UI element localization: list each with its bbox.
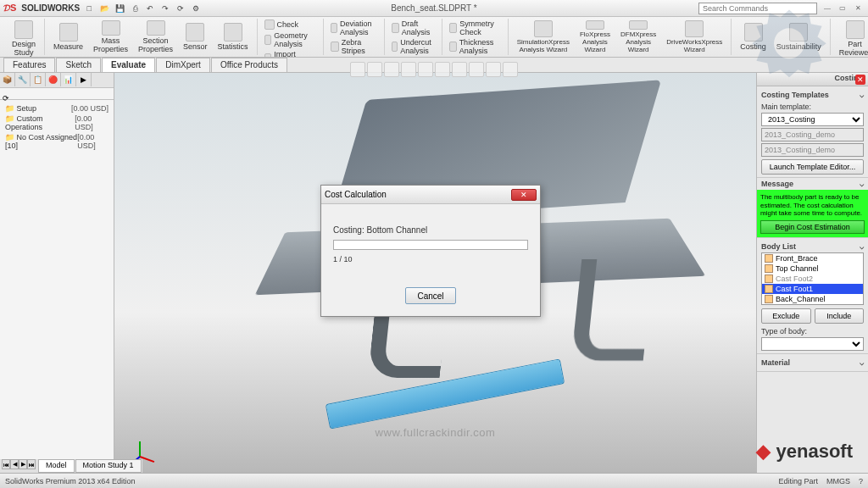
costing-button[interactable]: Costing bbox=[735, 19, 771, 55]
sensor-button[interactable]: Sensor bbox=[178, 19, 213, 55]
status-help-icon[interactable]: ? bbox=[859, 477, 863, 485]
draft-analysis-button[interactable]: Draft Analysis bbox=[388, 19, 439, 37]
display-style-icon[interactable] bbox=[435, 62, 450, 77]
tab-nav-prev-icon[interactable]: ◀ bbox=[10, 459, 19, 469]
measure-button[interactable]: Measure bbox=[48, 19, 88, 55]
undercut-analysis-button[interactable]: Undercut Analysis bbox=[388, 37, 439, 56]
mass-properties-button[interactable]: Mass Properties bbox=[88, 19, 133, 55]
bottom-tabs: ⏮ ◀ ▶ ⏭ Model Motion Study 1 bbox=[0, 459, 142, 473]
body-list: Front_Brace Top Channel Cast Foot2 Cast … bbox=[761, 252, 864, 305]
body-list-item[interactable]: Back_Channel bbox=[762, 294, 863, 304]
view-settings-icon[interactable] bbox=[503, 62, 518, 77]
collapse-icon[interactable]: ⌵ bbox=[860, 91, 864, 99]
body-list-item-selected[interactable]: Cast Foot1 bbox=[762, 284, 863, 294]
fm-tab-4[interactable]: 🔴 bbox=[46, 73, 61, 86]
options-icon[interactable]: ⚙ bbox=[190, 3, 202, 14]
design-study-button[interactable]: Design Study bbox=[7, 19, 41, 58]
statistics-button[interactable]: Statistics bbox=[213, 19, 253, 55]
deviation-analysis-button[interactable]: Deviation Analysis bbox=[327, 19, 381, 37]
fm-tab-6[interactable]: ▶ bbox=[76, 73, 92, 86]
open-icon[interactable]: 📂 bbox=[98, 3, 110, 14]
launch-template-editor-button[interactable]: Launch Template Editor... bbox=[761, 159, 864, 175]
tab-features[interactable]: Features bbox=[3, 58, 55, 72]
view-toolbar bbox=[350, 61, 518, 78]
collapse-icon[interactable]: ⌵ bbox=[860, 358, 864, 367]
prev-view-icon[interactable] bbox=[384, 62, 399, 77]
check-button[interactable]: Check bbox=[261, 19, 320, 30]
zebra-stripes-button[interactable]: Zebra Stripes bbox=[327, 37, 381, 56]
cost-calculation-dialog: Cost Calculation ✕ Costing: Bottom Chann… bbox=[320, 185, 541, 317]
bottom-tab-motion-study[interactable]: Motion Study 1 bbox=[75, 459, 142, 473]
status-editing: Editing Part bbox=[778, 477, 818, 485]
fm-tab-5[interactable]: 📊 bbox=[61, 73, 76, 86]
maximize-icon[interactable]: ▭ bbox=[836, 3, 849, 14]
hide-show-icon[interactable] bbox=[452, 62, 467, 77]
material-section-title: Material bbox=[761, 358, 790, 367]
view-orient-icon[interactable] bbox=[418, 62, 433, 77]
search-input[interactable] bbox=[698, 3, 817, 14]
zoom-fit-icon[interactable] bbox=[350, 62, 365, 77]
rebuild-icon[interactable]: ⟳ bbox=[175, 3, 186, 14]
simulationxpress-button[interactable]: SimulationXpress Analysis Wizard bbox=[512, 19, 575, 55]
fm-tab-3[interactable]: 📋 bbox=[31, 73, 46, 86]
driveworks-button[interactable]: DriveWorksXpress Wizard bbox=[661, 19, 727, 55]
ribbon: Design Study Measure Mass Properties Sec… bbox=[0, 17, 868, 58]
tab-office-products[interactable]: Office Products bbox=[211, 58, 287, 72]
section-properties-button[interactable]: Section Properties bbox=[133, 19, 178, 55]
edit-appearance-icon[interactable] bbox=[469, 62, 484, 77]
main-template-select[interactable]: 2013_Costing bbox=[761, 113, 864, 126]
tab-evaluate[interactable]: Evaluate bbox=[102, 58, 155, 72]
body-list-item[interactable]: Top Channel bbox=[762, 263, 863, 274]
collapse-icon[interactable]: ⌵ bbox=[860, 180, 864, 188]
template-item-1 bbox=[761, 128, 864, 141]
progress-count: 1 / 10 bbox=[333, 255, 528, 263]
template-item-2 bbox=[761, 143, 864, 157]
tree-row-custom-ops[interactable]: 📁 Custom Operations[0.00 USD] bbox=[3, 114, 110, 132]
body-list-item[interactable]: Front_Brace bbox=[762, 253, 863, 263]
watermark-text: www.fullcrackindir.com bbox=[376, 426, 496, 439]
dfmxpress-button[interactable]: DFMXpress Analysis Wizard bbox=[615, 19, 661, 55]
fm-tab-1[interactable]: 📦 bbox=[0, 73, 15, 86]
exclude-button[interactable]: Exclude bbox=[761, 308, 811, 324]
apply-scene-icon[interactable] bbox=[486, 62, 501, 77]
print-icon[interactable]: ⎙ bbox=[129, 3, 141, 14]
type-of-body-select[interactable] bbox=[761, 337, 864, 351]
tab-dimxpert[interactable]: DimXpert bbox=[156, 58, 210, 72]
tab-nav-last-icon[interactable]: ⏭ bbox=[27, 459, 36, 469]
bottom-tab-model[interactable]: Model bbox=[38, 459, 75, 473]
dialog-close-button[interactable]: ✕ bbox=[511, 189, 537, 201]
tree-row-setup[interactable]: 📁 Setup[0.00 USD] bbox=[3, 103, 110, 114]
section-view-icon[interactable] bbox=[401, 62, 416, 77]
tab-sketch[interactable]: Sketch bbox=[56, 58, 101, 72]
collapse-icon[interactable]: ⌵ bbox=[860, 242, 864, 251]
zoom-area-icon[interactable] bbox=[367, 62, 382, 77]
tree-row-no-cost[interactable]: 📁 No Cost Assigned [10][0.00 USD] bbox=[3, 132, 110, 151]
dialog-title-text: Cost Calculation bbox=[325, 190, 387, 199]
tab-nav-next-icon[interactable]: ▶ bbox=[19, 459, 27, 469]
app-logo: 𝓓S bbox=[3, 3, 16, 14]
part-reviewer-button[interactable]: Part Reviewer bbox=[834, 19, 868, 58]
import-diagnostics-button[interactable]: Import Diagnostics bbox=[261, 49, 320, 58]
app-name: SOLIDWORKS bbox=[21, 3, 80, 13]
titlebar: 𝓓S SOLIDWORKS □ 📂 💾 ⎙ ↶ ↷ ⟳ ⚙ Bench_seat… bbox=[0, 0, 868, 17]
new-icon[interactable]: □ bbox=[83, 3, 95, 14]
fm-tab-2[interactable]: 🔧 bbox=[15, 73, 31, 86]
close-icon[interactable]: ✕ bbox=[851, 3, 865, 14]
status-units[interactable]: MMGS bbox=[826, 477, 850, 485]
task-pane-close-icon[interactable]: ✕ bbox=[855, 75, 865, 85]
geometry-analysis-button[interactable]: Geometry Analysis bbox=[261, 30, 320, 49]
redo-icon[interactable]: ↷ bbox=[159, 3, 171, 14]
floxpress-button[interactable]: FloXpress Analysis Wizard bbox=[575, 19, 615, 55]
tab-nav-first-icon[interactable]: ⏮ bbox=[2, 459, 10, 469]
sustainability-button[interactable]: Sustainability bbox=[771, 19, 826, 55]
include-button[interactable]: Include bbox=[815, 308, 865, 324]
symmetry-check-button[interactable]: Symmetry Check bbox=[446, 19, 504, 37]
undo-icon[interactable]: ↶ bbox=[144, 3, 156, 14]
minimize-icon[interactable]: — bbox=[821, 3, 834, 14]
save-icon[interactable]: 💾 bbox=[114, 3, 125, 14]
cancel-button[interactable]: Cancel bbox=[405, 287, 456, 304]
begin-cost-estimation-button[interactable]: Begin Cost Estimation bbox=[760, 220, 865, 234]
view-triad bbox=[127, 433, 154, 460]
thickness-analysis-button[interactable]: Thickness Analysis bbox=[446, 37, 504, 56]
body-list-item[interactable]: Cast Foot2 bbox=[762, 274, 863, 284]
